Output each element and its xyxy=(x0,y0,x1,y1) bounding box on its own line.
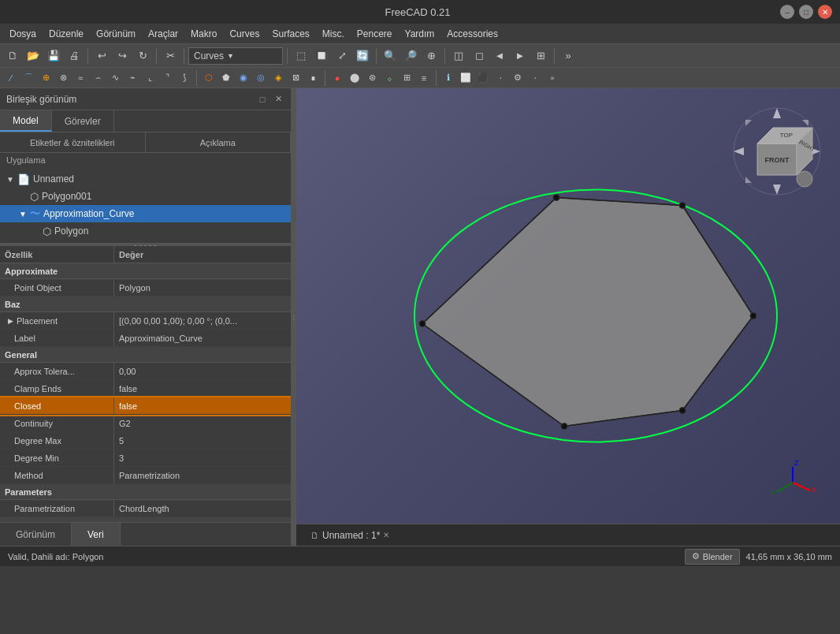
subheader-description[interactable]: Açıklama xyxy=(146,132,292,152)
prop-row-approx-tol[interactable]: Approx Tolera... 0,00 xyxy=(0,363,291,380)
curve-tool-24[interactable]: ≡ xyxy=(416,70,432,86)
save-button[interactable]: 💾 xyxy=(44,47,63,65)
tb-more[interactable]: » xyxy=(559,47,578,65)
tree-item-polygon001[interactable]: ⬡ Polygon001 xyxy=(0,188,291,205)
curve-tool-10[interactable]: ⌝ xyxy=(159,70,175,86)
menu-item-araclar[interactable]: Araçlar xyxy=(142,27,184,41)
curve-tool-27[interactable]: ⬛ xyxy=(475,70,491,86)
tb-icon-3[interactable]: ⤢ xyxy=(333,47,351,65)
curve-tool-11[interactable]: ⟆ xyxy=(177,70,192,86)
curve-tool-13[interactable]: ⬟ xyxy=(218,70,234,86)
workbench-dropdown[interactable]: Curves ▼ xyxy=(188,47,283,65)
tab-model[interactable]: Model xyxy=(0,110,52,132)
refresh-button[interactable]: ↻ xyxy=(133,47,152,65)
nav-tl-arrow[interactable] xyxy=(745,120,752,126)
prop-row-continuity[interactable]: Continuity G2 xyxy=(0,415,291,432)
nav-left[interactable]: ◄ xyxy=(490,47,509,65)
tb-icon-7[interactable]: ⊕ xyxy=(422,47,440,65)
curve-tool-16[interactable]: ◈ xyxy=(270,70,286,86)
tree-item-unnamed[interactable]: ▼ 📄 Unnamed xyxy=(0,170,291,188)
menu-item-pencere[interactable]: Pencere xyxy=(351,27,399,41)
menu-item-yardim[interactable]: Yardım xyxy=(399,27,441,41)
blender-button[interactable]: ⚙ Blender xyxy=(685,549,740,565)
tb-icon-4[interactable]: 🔄 xyxy=(353,47,372,65)
maximize-button[interactable]: □ xyxy=(799,5,813,19)
nav-right[interactable]: ► xyxy=(511,47,530,65)
curve-tool-21[interactable]: ⊛ xyxy=(364,70,380,86)
tree-item-approx-curve[interactable]: ▼ 〜 Approximation_Curve xyxy=(0,205,291,222)
curve-tool-14[interactable]: ◉ xyxy=(236,70,251,86)
prop-row-closed[interactable]: Closed false xyxy=(0,397,291,415)
menu-item-accessories[interactable]: Accessories xyxy=(440,27,504,41)
curve-tool-3[interactable]: ⊕ xyxy=(38,70,54,86)
undo-button[interactable]: ↩ xyxy=(92,47,111,65)
curve-tool-5[interactable]: ≈ xyxy=(72,70,88,86)
menu-item-dosya[interactable]: Dosya xyxy=(3,27,43,41)
curve-tool-18[interactable]: ∎ xyxy=(305,70,321,86)
curve-tool-28[interactable]: ⬝ xyxy=(492,70,508,86)
new-button[interactable]: 🗋 xyxy=(3,47,22,65)
viewport-tab-close[interactable]: ✕ xyxy=(383,531,389,539)
prop-row-point-object[interactable]: Point Object Polygon xyxy=(0,279,291,296)
curve-tool-12[interactable]: ⬡ xyxy=(201,70,217,86)
redo-button[interactable]: ↪ xyxy=(113,47,132,65)
prop-val-parametrization: ChordLength xyxy=(114,500,291,517)
tab-tasks[interactable]: Görevler xyxy=(52,110,114,132)
nav-tr-arrow[interactable] xyxy=(802,120,808,126)
tb-icon-9[interactable]: ◻ xyxy=(470,47,489,65)
menu-item-surfaces[interactable]: Surfaces xyxy=(266,27,315,41)
bottom-tab-data[interactable]: Veri xyxy=(72,523,121,546)
curve-tool-1[interactable]: ∕ xyxy=(3,70,19,86)
prop-row-degree-max[interactable]: Degree Max 5 xyxy=(0,432,291,449)
menu-item-gorunum[interactable]: Görünüm xyxy=(90,27,142,41)
tb-icon-2[interactable]: 🔲 xyxy=(312,47,331,65)
open-button[interactable]: 📂 xyxy=(24,47,43,65)
3d-viewport[interactable]: FRONT RIGHT TOP xyxy=(296,88,840,546)
nav-left-arrow[interactable] xyxy=(734,147,744,155)
curve-tool-19[interactable]: ● xyxy=(329,70,345,86)
curve-tool-29[interactable]: ⚙ xyxy=(510,70,526,86)
curve-tool-20[interactable]: ⬤ xyxy=(347,70,362,86)
curve-tool-30[interactable]: ⬞ xyxy=(527,70,543,86)
curve-tool-4[interactable]: ⊗ xyxy=(55,70,71,86)
tb-icon-10[interactable]: ⊞ xyxy=(531,47,550,65)
prop-row-label[interactable]: Label Approximation_Curve xyxy=(0,330,291,347)
more-curves[interactable]: » xyxy=(545,70,560,86)
curve-tool-25[interactable]: ℹ xyxy=(440,70,456,86)
prop-row-degree-min[interactable]: Degree Min 3 xyxy=(0,449,291,467)
subheader-labels[interactable]: Etiketler & öznitelikleri xyxy=(0,132,146,152)
menu-item-misc[interactable]: Misc. xyxy=(316,27,351,41)
tb-icon-6[interactable]: 🔎 xyxy=(401,47,420,65)
prop-col-value: Değer xyxy=(114,246,291,263)
panel-expand-button[interactable]: □ xyxy=(256,93,269,106)
curve-tool-9[interactable]: ⌞ xyxy=(142,70,158,86)
curve-tool-15[interactable]: ◎ xyxy=(253,70,269,86)
tb-icon-1[interactable]: ⬚ xyxy=(292,47,310,65)
curve-tool-22[interactable]: ⬦ xyxy=(381,70,397,86)
minimize-button[interactable]: – xyxy=(780,5,794,19)
curve-tool-8[interactable]: ⌁ xyxy=(125,70,140,86)
cut-button[interactable]: ✂ xyxy=(161,47,180,65)
menu-item-curves[interactable]: Curves xyxy=(223,27,266,41)
curve-tool-7[interactable]: ∿ xyxy=(107,70,123,86)
prop-row-placement[interactable]: ▶Placement [(0,00 0,00 1,00); 0,00 °; (0… xyxy=(0,312,291,330)
viewport-tab[interactable]: 🗋 Unnamed : 1* ✕ xyxy=(303,524,397,546)
tb-icon-5[interactable]: 🔍 xyxy=(381,47,400,65)
close-button[interactable]: ✕ xyxy=(818,5,832,19)
panel-close-button[interactable]: ✕ xyxy=(272,93,284,106)
curve-tool-17[interactable]: ⊠ xyxy=(288,70,303,86)
menu-item-makro[interactable]: Makro xyxy=(184,27,223,41)
print-button[interactable]: 🖨 xyxy=(65,47,84,65)
curve-tool-6[interactable]: ⌢ xyxy=(90,70,106,86)
prop-row-method[interactable]: Method Parametrization xyxy=(0,467,291,484)
prop-row-clamp-ends[interactable]: Clamp Ends false xyxy=(0,380,291,397)
bottom-tab-view[interactable]: Görünüm xyxy=(0,523,72,546)
nav-up-arrow[interactable] xyxy=(773,108,781,118)
curve-tool-23[interactable]: ⊞ xyxy=(399,70,414,86)
curve-tool-26[interactable]: ⬜ xyxy=(458,70,474,86)
tree-item-polygon[interactable]: ⬡ Polygon xyxy=(0,222,291,240)
curve-tool-2[interactable]: ⌒ xyxy=(20,70,36,86)
prop-row-parametrization[interactable]: Parametrization ChordLength xyxy=(0,500,291,517)
menu-item-duzenle[interactable]: Düzenle xyxy=(43,27,90,41)
tb-icon-8[interactable]: ◫ xyxy=(449,47,468,65)
